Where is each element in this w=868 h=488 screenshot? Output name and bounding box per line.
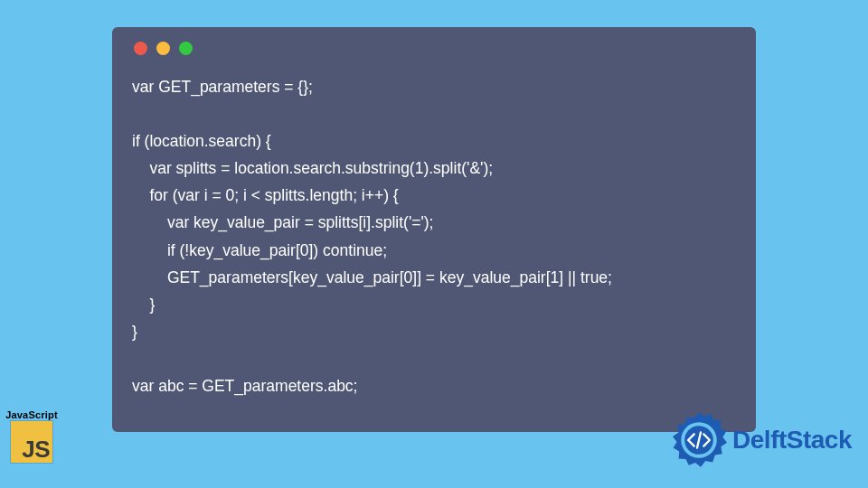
brand-logo: DelftStack <box>669 410 852 470</box>
code-line: if (!key_value_pair[0]) continue; <box>132 241 387 259</box>
window-traffic-lights <box>134 42 736 55</box>
code-line: } <box>132 323 137 341</box>
code-line: if (location.search) { <box>132 132 271 150</box>
brand-name: DelftStack <box>732 426 852 455</box>
code-line: } <box>132 296 155 314</box>
javascript-badge: JavaScript JS <box>5 409 58 463</box>
code-line: for (var i = 0; i < splitts.length; i++)… <box>132 186 399 204</box>
delftstack-gear-icon <box>669 410 729 470</box>
minimize-icon <box>156 42 170 55</box>
code-block: var GET_parameters = {}; if (location.se… <box>132 73 736 399</box>
code-line: var key_value_pair = splitts[i].split('=… <box>132 213 433 231</box>
close-icon <box>134 42 147 55</box>
code-line: var abc = GET_parameters.abc; <box>132 377 358 395</box>
code-window: var GET_parameters = {}; if (location.se… <box>112 27 756 432</box>
javascript-badge-label: JavaScript <box>5 409 58 420</box>
javascript-logo-icon: JS <box>11 421 52 463</box>
code-line: var splitts = location.search.substring(… <box>132 159 493 177</box>
code-line: var GET_parameters = {}; <box>132 78 313 96</box>
maximize-icon <box>179 42 193 55</box>
javascript-logo-text: JS <box>22 436 50 464</box>
code-line: GET_parameters[key_value_pair[0]] = key_… <box>132 268 612 286</box>
